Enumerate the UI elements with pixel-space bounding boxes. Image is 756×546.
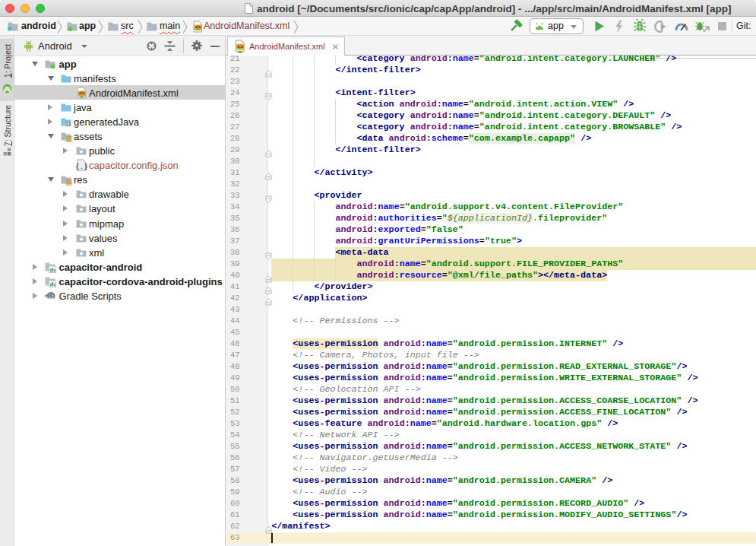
svg-text:<>: <> (237, 44, 243, 50)
svg-text:{.}: {.} (75, 163, 87, 171)
